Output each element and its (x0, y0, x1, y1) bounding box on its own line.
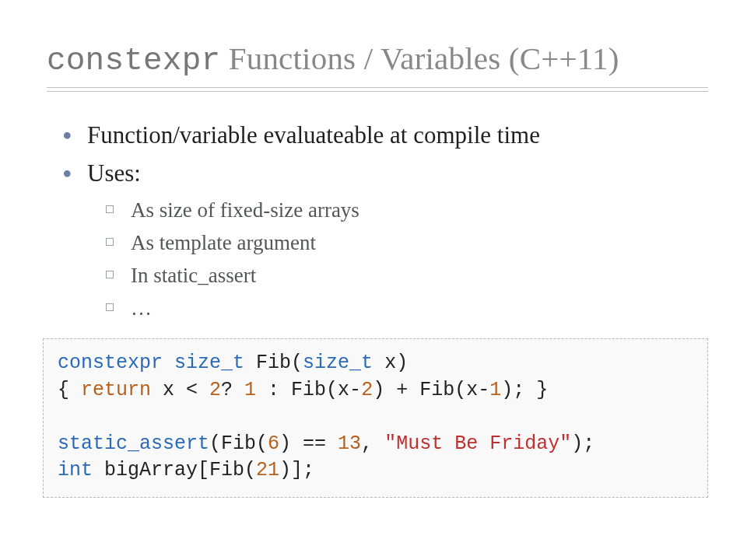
title-divider (47, 87, 708, 92)
sub-bullet-list: As size of fixed-size arrays As template… (87, 194, 700, 324)
sub-bullet-item: In static_assert (106, 260, 700, 292)
sub-bullet-text: In static_assert (131, 264, 256, 287)
bullet-list: Function/variable evaluateable at compil… (61, 118, 700, 324)
sub-bullet-item: As size of fixed-size arrays (106, 194, 700, 227)
title-rest: Functions / Variables (C++11) (220, 40, 619, 76)
bullet-item: Function/variable evaluateable at compil… (61, 118, 700, 153)
bullet-text: Uses: (87, 159, 141, 187)
code-type: int (58, 459, 93, 481)
slide-title: constexpr Functions / Variables (C++11) (47, 40, 700, 79)
code-kw: static_assert (58, 432, 209, 455)
code-block: constexpr size_t Fib(size_t x) { return … (43, 338, 708, 498)
code-type: size_t (303, 352, 373, 374)
sub-bullet-item: … (106, 292, 700, 325)
sub-bullet-text: As template argument (131, 231, 316, 254)
slide: constexpr Functions / Variables (C++11) … (0, 0, 747, 560)
body-area: Function/variable evaluateable at compil… (0, 87, 747, 324)
title-code-word: constexpr (47, 43, 220, 79)
sub-bullet-text: … (131, 296, 152, 320)
code-fn-name: Fib (256, 352, 291, 374)
sub-bullet-item: As template argument (106, 227, 700, 260)
bullet-text: Function/variable evaluateable at compil… (87, 121, 540, 149)
bullet-item: Uses: As size of fixed-size arrays As te… (61, 156, 700, 324)
code-kw: constexpr (58, 352, 163, 374)
title-area: constexpr Functions / Variables (C++11) (0, 0, 747, 87)
code-type: size_t (174, 352, 244, 374)
code-return: return (81, 379, 151, 401)
sub-bullet-text: As size of fixed-size arrays (131, 198, 359, 222)
code-string: "Must Be Friday" (384, 432, 571, 455)
